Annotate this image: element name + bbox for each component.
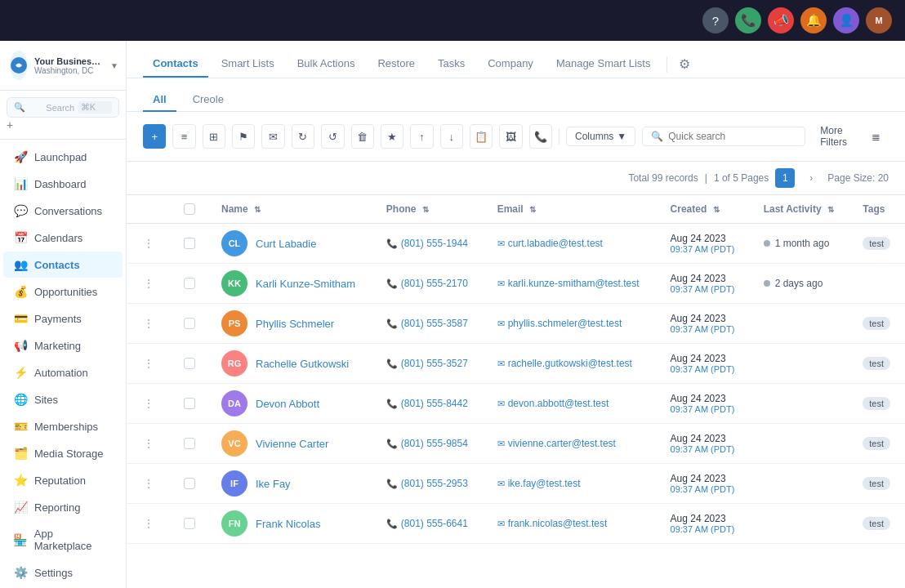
phone-number[interactable]: (801) 555-3527 — [401, 358, 468, 369]
contact-name[interactable]: Phyllis Schmeler — [256, 318, 334, 330]
content-nav-tasks[interactable]: Tasks — [428, 51, 475, 78]
filter-button[interactable]: ≡ — [172, 124, 195, 149]
email-address[interactable]: ike.fay@test.test — [508, 478, 581, 489]
search-input-container[interactable]: 🔍 — [642, 127, 805, 146]
row-menu-icon[interactable]: ⋮ — [140, 475, 158, 492]
phone-number[interactable]: (801) 555-9854 — [401, 438, 468, 449]
sidebar-item-conversations[interactable]: 💬Conversations — [3, 198, 123, 224]
sidebar-search[interactable]: 🔍 Search ⌘K + — [0, 91, 126, 140]
grid-button[interactable]: ⊞ — [203, 124, 225, 149]
avatar-topbar[interactable]: M — [866, 7, 892, 33]
select-all-checkbox[interactable] — [184, 203, 195, 215]
sidebar-chevron-icon[interactable]: ▼ — [110, 61, 118, 70]
page-1-button[interactable]: 1 — [775, 168, 795, 188]
more-filters-button[interactable]: More Filters ≣ — [812, 122, 889, 151]
user-topbar-icon[interactable]: 👤 — [833, 7, 859, 33]
row-menu-icon[interactable]: ⋮ — [140, 435, 158, 452]
created-sort-icon[interactable]: ⇅ — [713, 205, 720, 214]
email-address[interactable]: frank.nicolas@test.test — [508, 518, 608, 529]
contact-name[interactable]: Devon Abbott — [256, 398, 319, 410]
flag-button[interactable]: ⚑ — [232, 124, 255, 149]
name-sort-icon[interactable]: ⇅ — [254, 205, 261, 214]
contact-name[interactable]: Vivienne Carter — [256, 438, 328, 450]
row-checkbox[interactable] — [184, 398, 195, 409]
sidebar-item-dashboard[interactable]: 📊Dashboard — [3, 171, 123, 197]
help-icon[interactable]: ? — [702, 7, 729, 33]
settings-gear-icon[interactable]: ⚙ — [674, 51, 695, 77]
contact-name[interactable]: Karli Kunze-Smitham — [256, 278, 355, 290]
sidebar-item-launchpad[interactable]: 🚀Launchpad — [3, 144, 123, 170]
sidebar-item-sites[interactable]: 🌐Sites — [3, 386, 123, 412]
sidebar-item-reporting[interactable]: 📈Reporting — [3, 494, 123, 520]
contact-name[interactable]: Frank Nicolas — [256, 518, 320, 530]
columns-button[interactable]: Columns ▼ — [566, 127, 635, 146]
email-address[interactable]: vivienne.carter@test.test — [508, 438, 616, 449]
sidebar-item-payments[interactable]: 💳Payments — [3, 305, 123, 332]
phone-number[interactable]: (801) 555-3587 — [401, 318, 468, 329]
phone-number[interactable]: (801) 555-2953 — [401, 478, 468, 489]
content-nav-company[interactable]: Company — [478, 51, 543, 78]
row-menu-icon[interactable]: ⋮ — [140, 315, 158, 332]
sidebar-item-calendars[interactable]: 📅Calendars — [3, 225, 123, 251]
row-checkbox[interactable] — [184, 278, 195, 289]
phone-number[interactable]: (801) 555-1944 — [401, 238, 468, 249]
row-checkbox[interactable] — [184, 438, 195, 449]
row-checkbox[interactable] — [184, 238, 195, 249]
row-checkbox[interactable] — [184, 518, 195, 529]
email-sort-icon[interactable]: ⇅ — [529, 205, 536, 214]
content-nav-contacts[interactable]: Contacts — [143, 51, 208, 78]
contact-name[interactable]: Curt Labadie — [256, 238, 316, 250]
undo-button[interactable]: ↺ — [321, 124, 344, 149]
sidebar-item-app-marketplace[interactable]: 🏪App Marketplace — [3, 521, 123, 559]
activity-sort-icon[interactable]: ⇅ — [827, 205, 834, 214]
email-address[interactable]: rachelle.gutkowski@test.test — [508, 358, 632, 369]
email-address[interactable]: karli.kunze-smitham@test.test — [508, 278, 640, 289]
sidebar-item-memberships[interactable]: 🎫Memberships — [3, 413, 123, 439]
download-button[interactable]: ↓ — [440, 124, 463, 149]
sidebar-item-automation[interactable]: ⚡Automation — [3, 359, 123, 385]
sidebar-item-marketing[interactable]: 📢Marketing — [3, 332, 123, 359]
call-button[interactable]: 📞 — [529, 124, 552, 149]
row-checkbox[interactable] — [184, 358, 195, 369]
sidebar-item-contacts[interactable]: 👥Contacts — [3, 252, 123, 278]
row-menu-icon[interactable]: ⋮ — [140, 395, 158, 412]
phone-number[interactable]: (801) 555-8442 — [401, 398, 468, 409]
content-nav-smart-lists[interactable]: Smart Lists — [212, 51, 284, 78]
row-checkbox[interactable] — [184, 478, 195, 489]
report-button[interactable]: 📋 — [470, 124, 493, 149]
sidebar-item-reputation[interactable]: ⭐Reputation — [3, 467, 123, 493]
content-nav-bulk-actions[interactable]: Bulk Actions — [288, 51, 365, 78]
email-button[interactable]: ✉ — [261, 124, 284, 149]
sidebar-item-settings[interactable]: ⚙️Settings — [3, 559, 123, 586]
sidebar-item-media-storage[interactable]: 🗂️Media Storage — [3, 440, 123, 466]
email-address[interactable]: curt.labadie@test.test — [508, 238, 603, 249]
refresh-button[interactable]: ↻ — [292, 124, 314, 149]
bell-topbar-icon[interactable]: 🔔 — [800, 7, 827, 33]
delete-button[interactable]: 🗑 — [351, 124, 374, 149]
email-address[interactable]: devon.abbott@test.test — [508, 398, 609, 409]
search-box[interactable]: 🔍 Search ⌘K — [7, 97, 119, 118]
page-next-button[interactable]: › — [801, 168, 821, 188]
image-button[interactable]: 🖼 — [499, 124, 522, 149]
row-menu-icon[interactable]: ⋮ — [140, 235, 158, 252]
row-menu-icon[interactable]: ⋮ — [140, 515, 158, 532]
upload-button[interactable]: ↑ — [410, 124, 433, 149]
contact-name[interactable]: Rachelle Gutkowski — [256, 358, 349, 370]
row-menu-icon[interactable]: ⋮ — [140, 355, 158, 372]
content-nav-manage-smart-lists[interactable]: Manage Smart Lists — [546, 51, 661, 78]
star-button[interactable]: ★ — [381, 124, 403, 149]
row-checkbox[interactable] — [184, 318, 195, 329]
email-address[interactable]: phyllis.schmeler@test.test — [508, 318, 622, 329]
phone-sort-icon[interactable]: ⇅ — [422, 205, 429, 214]
phone-topbar-icon[interactable]: 📞 — [735, 7, 761, 33]
row-menu-icon[interactable]: ⋮ — [140, 275, 158, 292]
add-button[interactable]: + — [143, 124, 166, 149]
content-nav-restore[interactable]: Restore — [368, 51, 425, 78]
contact-name[interactable]: Ike Fay — [256, 478, 291, 490]
tab-all[interactable]: All — [143, 88, 176, 112]
megaphone-topbar-icon[interactable]: 📣 — [768, 7, 794, 33]
search-input[interactable] — [668, 131, 796, 142]
sidebar-item-opportunities[interactable]: 💰Opportunities — [3, 278, 123, 305]
phone-number[interactable]: (801) 555-6641 — [401, 518, 468, 529]
tab-creole[interactable]: Creole — [183, 88, 234, 112]
